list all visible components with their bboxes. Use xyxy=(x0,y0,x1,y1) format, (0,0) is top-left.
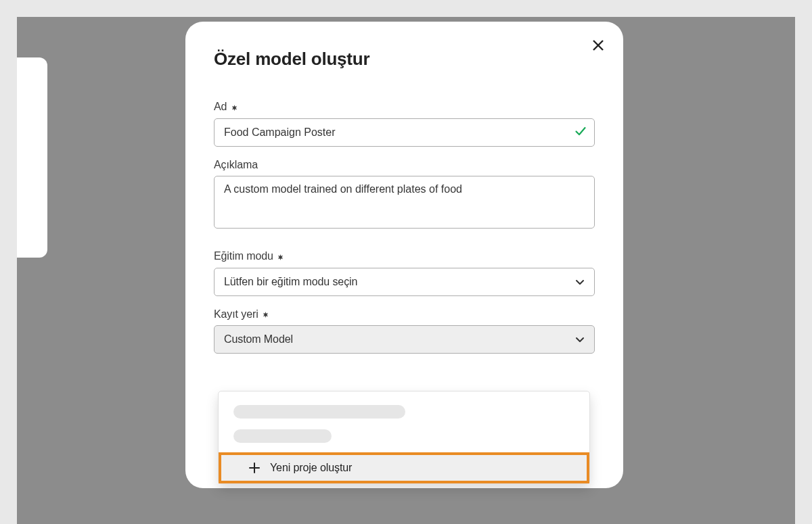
required-asterisk-icon xyxy=(277,251,284,263)
save-location-select[interactable]: Custom Model xyxy=(214,325,595,354)
training-mode-select[interactable]: Lütfen bir eğitim modu seçin xyxy=(214,268,595,296)
label-save-location: Kayıt yeri xyxy=(214,308,595,321)
plus-icon xyxy=(248,462,261,474)
required-asterisk-icon xyxy=(263,308,269,320)
field-training-mode: Eğitim modu Lütfen bir eğitim modu seçin xyxy=(214,250,595,296)
save-location-dropdown[interactable]: Yeni proje oluştur xyxy=(218,391,590,484)
skeleton-line xyxy=(233,405,405,419)
label-training-mode: Eğitim modu xyxy=(214,250,595,263)
check-icon xyxy=(574,125,587,140)
chevron-down-icon xyxy=(575,335,585,344)
description-textarea[interactable]: A custom model trained on different plat… xyxy=(214,176,595,229)
training-mode-value: Lütfen bir eğitim modu seçin xyxy=(224,276,357,288)
new-project-option[interactable]: Yeni proje oluştur xyxy=(219,452,589,483)
dropdown-loading-area xyxy=(219,391,589,452)
chevron-down-icon xyxy=(575,277,585,287)
label-description: Açıklama xyxy=(214,159,595,171)
close-icon xyxy=(592,39,604,54)
skeleton-line xyxy=(233,429,332,443)
name-input[interactable] xyxy=(214,118,595,147)
modal-backdrop: Özel model oluştur Ad Açıklama A custom … xyxy=(17,17,795,524)
close-button[interactable] xyxy=(591,39,606,54)
dialog-title: Özel model oluştur xyxy=(214,49,595,70)
save-location-value: Custom Model xyxy=(224,333,293,346)
field-description: Açıklama A custom model trained on diffe… xyxy=(214,159,595,231)
field-name: Ad xyxy=(214,101,595,147)
required-asterisk-icon xyxy=(231,101,238,114)
new-project-label: Yeni proje oluştur xyxy=(270,462,352,474)
field-save-location: Kayıt yeri Custom Model xyxy=(214,308,595,354)
background-card xyxy=(17,57,47,258)
label-name: Ad xyxy=(214,101,595,114)
